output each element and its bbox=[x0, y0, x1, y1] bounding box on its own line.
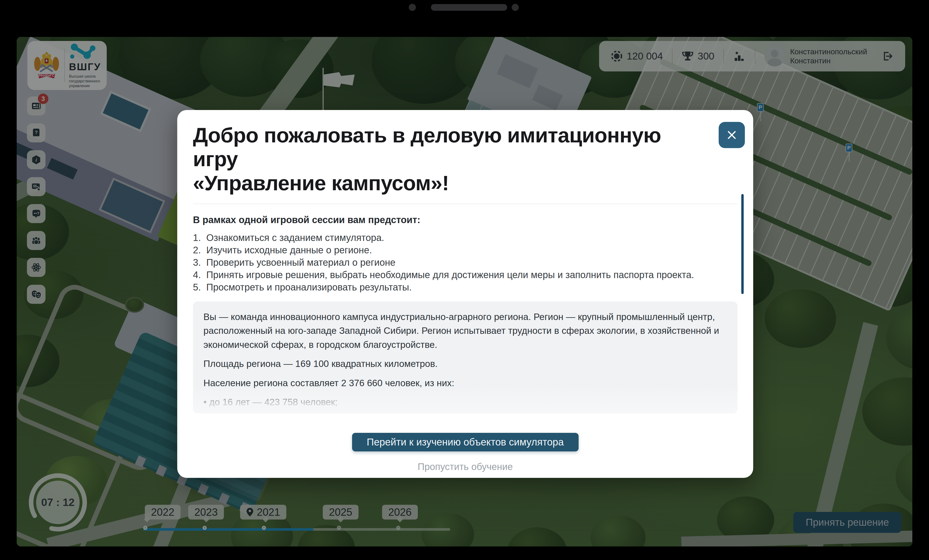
list-item: 3.Проверить усвоенный материал о регионе bbox=[193, 256, 737, 269]
go-to-simulator-objects-button[interactable]: Перейти к изучению объектов симулятора bbox=[352, 433, 579, 451]
list-item: 5.Просмотреть и проанализировать результ… bbox=[193, 281, 737, 293]
close-icon bbox=[726, 129, 737, 141]
recording-dot-right bbox=[512, 4, 519, 11]
list-item: 1.Ознакомиться с заданием стимулятора. bbox=[193, 231, 737, 244]
modal-scrollbar[interactable] bbox=[741, 194, 744, 294]
title-divider bbox=[193, 203, 737, 204]
session-steps-list: 1.Ознакомиться с заданием стимулятора. 2… bbox=[193, 231, 737, 293]
screenshot-root: { "top_bar": { "coins": "120 004", "scor… bbox=[0, 0, 929, 560]
region-info-box: Вы — команда инновационного кампуса инду… bbox=[193, 301, 737, 413]
list-item: 2.Изучить исходные данные о регионе. bbox=[193, 244, 737, 256]
skip-tutorial-link[interactable]: Пропустить обучение bbox=[193, 461, 737, 472]
close-button[interactable] bbox=[719, 122, 745, 148]
list-item: 4.Принять игровые решения, выбрать необх… bbox=[193, 269, 737, 281]
region-description: Вы — команда инновационного кампуса инду… bbox=[204, 310, 727, 352]
content-fade bbox=[193, 385, 737, 413]
recording-pill bbox=[431, 4, 507, 11]
region-area: Площадь региона — 169 100 квадратных кил… bbox=[204, 357, 727, 371]
modal-title: Добро пожаловать в деловую имитационную … bbox=[193, 123, 703, 195]
recording-dot-left bbox=[409, 4, 416, 11]
welcome-modal: Добро пожаловать в деловую имитационную … bbox=[177, 110, 753, 478]
intro-heading: В рамках одной игровой сессии вам предст… bbox=[193, 214, 737, 225]
game-viewport: P P bbox=[17, 37, 912, 546]
